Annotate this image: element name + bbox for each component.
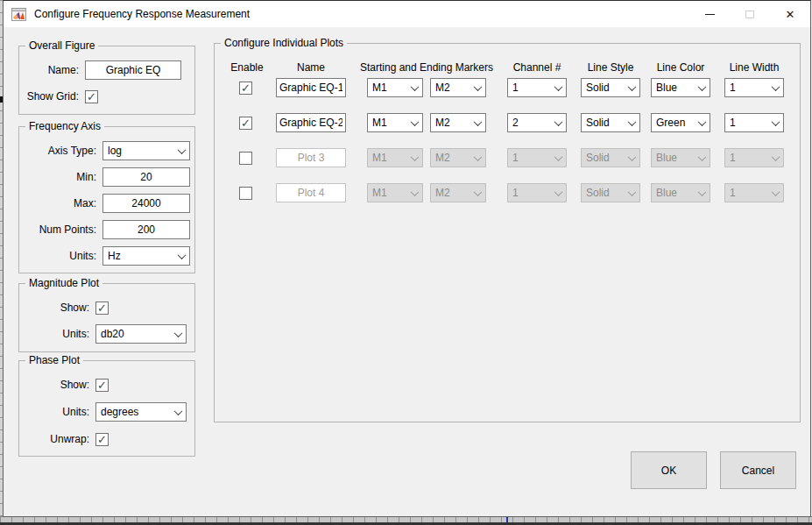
plot3-enable-checkbox[interactable]	[239, 152, 252, 165]
plot4-channel-select: 1	[507, 183, 567, 202]
plot1-enable-checkbox[interactable]: ✓	[239, 82, 252, 95]
axis-type-value: log	[108, 145, 173, 157]
plot4-line-style-value: Solid	[586, 187, 624, 199]
min-input[interactable]	[102, 167, 190, 187]
window-controls: ✕	[689, 1, 810, 27]
freq-units-select[interactable]: Hz	[102, 246, 190, 266]
cancel-button[interactable]: Cancel	[720, 451, 796, 489]
freq-units-value: Hz	[108, 250, 173, 262]
close-button[interactable]: ✕	[770, 1, 810, 27]
ok-button[interactable]: OK	[631, 451, 707, 489]
plot4-start-marker-value: M1	[372, 187, 406, 199]
chevron-down-icon	[624, 149, 639, 167]
plot4-line-color-value: Blue	[656, 187, 694, 199]
mag-show-checkbox[interactable]: ✓	[95, 302, 109, 315]
enable-column-header: Enable	[230, 61, 263, 74]
maximize-button	[730, 1, 770, 27]
line-width-column-header: Line Width	[730, 61, 780, 74]
phase-show-label: Show:	[19, 379, 95, 391]
plot3-channel-select: 1	[507, 148, 567, 167]
phase-units-select[interactable]: degrees	[95, 402, 187, 422]
plot2-start-marker-select[interactable]: M1	[367, 113, 423, 132]
plot3-end-marker-value: M2	[435, 152, 470, 164]
plot1-start-marker-value: M1	[372, 82, 406, 94]
chevron-down-icon	[550, 184, 566, 202]
chevron-down-icon	[470, 114, 485, 131]
plot2-channel-select[interactable]: 2	[507, 113, 567, 132]
frequency-axis-legend: Frequency Axis	[25, 120, 104, 132]
plot2-line-width-select[interactable]: 1	[724, 113, 784, 132]
overall-figure-group: Overall Figure Name: Show Grid: ✓	[18, 46, 195, 115]
plot3-start-marker-value: M1	[372, 152, 406, 164]
num-points-input[interactable]	[102, 220, 190, 239]
plot2-line-style-select[interactable]: Solid	[581, 113, 640, 132]
configure-frequency-response-dialog: Configure Frequency Response Measurement…	[3, 0, 811, 517]
chevron-down-icon	[694, 149, 710, 167]
plot1-channel-value: 1	[512, 82, 550, 94]
maximize-icon	[745, 11, 754, 18]
max-label: Max:	[19, 197, 102, 209]
plot4-line-width-value: 1	[730, 187, 767, 199]
plot1-line-style-value: Solid	[586, 82, 624, 94]
freq-units-label: Units:	[19, 250, 102, 262]
num-points-label: Num Points:	[19, 223, 102, 236]
chevron-down-icon	[170, 325, 186, 343]
mag-show-label: Show:	[19, 302, 95, 314]
plot4-enable-checkbox[interactable]	[239, 187, 252, 200]
line-style-column-header: Line Style	[588, 61, 634, 74]
show-grid-checkbox[interactable]: ✓	[85, 90, 98, 103]
chevron-down-icon	[406, 184, 422, 202]
plot2-name-input[interactable]	[276, 113, 346, 132]
plot3-line-style-select: Solid	[581, 148, 640, 167]
chevron-down-icon	[470, 184, 485, 202]
plot1-line-width-select[interactable]: 1	[724, 78, 784, 97]
plot1-name-input[interactable]	[276, 78, 346, 97]
title-bar: Configure Frequency Response Measurement…	[4, 1, 810, 27]
phase-show-checkbox[interactable]: ✓	[95, 379, 109, 392]
chevron-down-icon	[406, 79, 422, 96]
minimize-button[interactable]	[689, 1, 730, 27]
plot1-line-color-select[interactable]: Blue	[651, 78, 710, 97]
chevron-down-icon	[550, 79, 566, 96]
plot4-line-style-select: Solid	[581, 183, 640, 202]
plot3-line-color-select: Blue	[651, 148, 710, 167]
chevron-down-icon	[170, 403, 186, 421]
plot4-end-marker-value: M2	[435, 187, 470, 199]
unwrap-label: Unwrap:	[19, 433, 95, 445]
plot2-end-marker-select[interactable]: M2	[430, 113, 486, 132]
chevron-down-icon	[624, 184, 639, 202]
mag-units-select[interactable]: db20	[95, 324, 187, 344]
chevron-down-icon	[694, 79, 710, 96]
plot-row-4: M1 M2 1 Solid Blue 1	[215, 183, 800, 204]
axis-type-select[interactable]: log	[102, 141, 190, 160]
chevron-down-icon	[406, 114, 422, 131]
plot-row-2: ✓ M1 M2 2 Solid Green 1	[215, 113, 800, 134]
close-icon: ✕	[786, 9, 795, 20]
plot4-start-marker-select: M1	[367, 183, 423, 202]
plot2-line-style-value: Solid	[586, 117, 624, 129]
plot-row-1: ✓ M1 M2 1 Solid Blue 1	[215, 78, 800, 99]
unwrap-checkbox[interactable]: ✓	[95, 433, 109, 446]
max-input[interactable]	[102, 194, 190, 213]
chevron-down-icon	[624, 79, 639, 96]
show-grid-label: Show Grid:	[19, 90, 85, 103]
configure-individual-plots-group: Configure Individual Plots Enable Name S…	[214, 43, 801, 422]
phase-units-value: degrees	[101, 406, 170, 418]
plot3-line-width-select: 1	[724, 148, 784, 167]
chevron-down-icon	[694, 114, 710, 131]
overall-figure-legend: Overall Figure	[25, 39, 98, 52]
plot1-start-marker-select[interactable]: M1	[367, 78, 423, 97]
plot1-line-style-select[interactable]: Solid	[581, 78, 640, 97]
plot1-end-marker-value: M2	[435, 82, 470, 94]
figure-name-input[interactable]	[85, 60, 181, 80]
mag-units-value: db20	[101, 328, 170, 340]
magnitude-plot-group: Magnitude Plot Show: ✓ Units: db20	[18, 283, 195, 352]
min-label: Min:	[19, 171, 102, 183]
plot1-end-marker-select[interactable]: M2	[430, 78, 486, 97]
plot2-line-color-select[interactable]: Green	[651, 113, 710, 132]
plot1-channel-select[interactable]: 1	[507, 78, 567, 97]
name-label: Name:	[19, 64, 85, 76]
plot2-enable-checkbox[interactable]: ✓	[239, 117, 252, 130]
plot4-end-marker-select: M2	[430, 183, 486, 202]
chevron-down-icon	[470, 149, 485, 167]
